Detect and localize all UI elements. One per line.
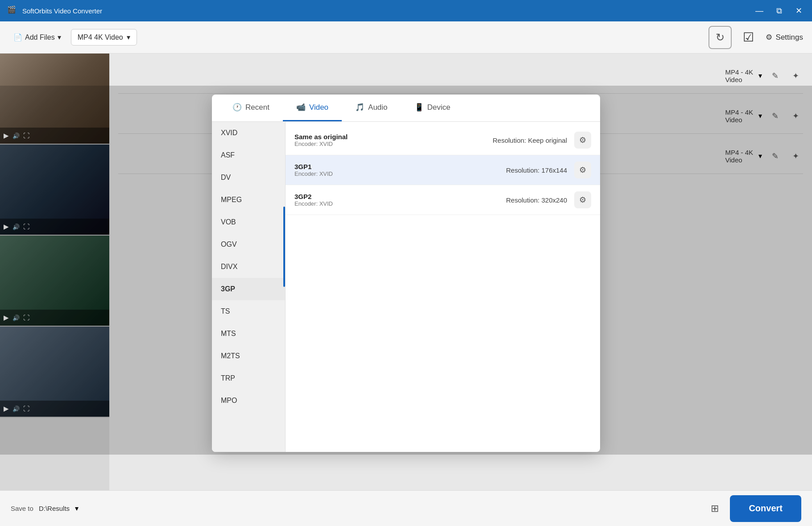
- preset-encoder: Encoder: XVID: [294, 200, 506, 207]
- tab-recent[interactable]: 🕐 Recent: [219, 95, 283, 121]
- dialog-body: XVID ASF DV MPEG VOB OGV: [212, 122, 600, 452]
- format-chevron-icon: ▾: [758, 71, 762, 80]
- format-item-xvid[interactable]: XVID: [212, 122, 285, 144]
- preset-item-same[interactable]: Same as original Encoder: XVID Resolutio…: [286, 125, 600, 155]
- audio-tab-icon: 🎵: [355, 103, 365, 112]
- add-files-label: Add Files: [25, 33, 55, 41]
- format-item-m2ts[interactable]: M2TS: [212, 345, 285, 367]
- toolbar: 📄 Add Files ▾ MP4 4K Video ▾ ↻ ☑ ⚙ Setti…: [0, 21, 812, 54]
- format-item-label: MTS: [221, 330, 236, 338]
- tab-video[interactable]: 📹 Video: [283, 95, 342, 121]
- format-item-mpo[interactable]: MPO: [212, 389, 285, 412]
- settings-button[interactable]: ⚙ Settings: [766, 33, 803, 42]
- format-sidebar: XVID ASF DV MPEG VOB OGV: [212, 122, 286, 452]
- dialog-tabs: 🕐 Recent 📹 Video 🎵 Audio 📱 Device: [212, 95, 600, 122]
- device-tab-icon: 📱: [414, 103, 424, 112]
- title-bar: 🎬 SoftOrbits Video Converter — ⧉ ✕: [0, 0, 812, 21]
- format-item-label: VOB: [221, 218, 236, 226]
- tab-audio[interactable]: 🎵 Audio: [342, 95, 401, 121]
- tab-video-label: Video: [309, 103, 328, 112]
- edit-icon[interactable]: ✎: [767, 68, 783, 83]
- app-icon: 🎬: [7, 5, 18, 16]
- format-item-mts[interactable]: MTS: [212, 323, 285, 345]
- check-icon: ☑: [743, 30, 754, 45]
- save-to-label: Save to: [11, 505, 33, 512]
- format-item-label: TRP: [221, 374, 235, 382]
- save-to-path[interactable]: D:\Results: [39, 505, 70, 512]
- format-item-label: DV: [221, 174, 231, 182]
- preset-item-3gp2[interactable]: 3GP2 Encoder: XVID Resolution: 320x240 ⚙: [286, 185, 600, 215]
- format-item-label: TS: [221, 307, 230, 315]
- app-title: SoftOrbits Video Converter: [22, 7, 753, 15]
- settings-label: Settings: [776, 33, 803, 42]
- format-item-dv[interactable]: DV: [212, 166, 285, 189]
- grid-layout-button[interactable]: ⊞: [705, 499, 725, 518]
- preset-info: 3GP2 Encoder: XVID: [294, 193, 506, 207]
- scroll-indicator: [283, 207, 285, 287]
- refresh-button[interactable]: ↻: [708, 26, 732, 49]
- preset-info: 3GP1 Encoder: XVID: [294, 163, 506, 177]
- format-item-label: M2TS: [221, 352, 240, 360]
- refresh-icon: ↻: [716, 31, 725, 44]
- format-dropdown[interactable]: MP4 4K Video ▾: [71, 29, 137, 46]
- minimize-button[interactable]: —: [753, 4, 766, 17]
- format-chevron-icon: ▾: [127, 33, 130, 41]
- format-dialog: 🕐 Recent 📹 Video 🎵 Audio 📱 Device: [212, 95, 600, 452]
- close-button[interactable]: ✕: [792, 4, 805, 17]
- format-item-label: XVID: [221, 129, 237, 137]
- preset-gear-button[interactable]: ⚙: [574, 132, 591, 149]
- add-files-button[interactable]: 📄 Add Files ▾: [9, 30, 66, 44]
- format-item-label: OGV: [221, 240, 237, 249]
- preset-gear-button[interactable]: ⚙: [574, 191, 591, 208]
- video-tab-icon: 📹: [296, 103, 306, 112]
- format-text: MP4 - 4KVideo: [725, 68, 753, 83]
- preset-resolution: Resolution: 320x240: [506, 196, 567, 204]
- preset-info: Same as original Encoder: XVID: [294, 133, 493, 147]
- recent-icon: 🕐: [232, 103, 242, 112]
- tab-audio-label: Audio: [368, 103, 387, 112]
- main-content: MP4 - 4KVideo ▾ ✎ ✦ MP4 - 4KVideo ▾ ✎ ✦ …: [0, 54, 812, 490]
- add-files-icon: 📄: [13, 33, 22, 41]
- tab-device-label: Device: [427, 103, 451, 112]
- format-item-mpeg[interactable]: MPEG: [212, 189, 285, 211]
- format-item-ts[interactable]: TS: [212, 300, 285, 323]
- preset-resolution: Resolution: 176x144: [506, 166, 567, 174]
- format-label: MP4 4K Video: [78, 33, 123, 41]
- preset-name: 3GP1: [294, 163, 506, 170]
- format-badge: MP4 - 4KVideo: [725, 68, 753, 83]
- format-item-label: DIVX: [221, 263, 237, 271]
- save-to-chevron-icon: ▾: [75, 504, 79, 513]
- restore-button[interactable]: ⧉: [773, 4, 785, 17]
- format-item-ogv[interactable]: OGV: [212, 233, 285, 256]
- dialog-overlay: 🕐 Recent 📹 Video 🎵 Audio 📱 Device: [0, 86, 812, 455]
- preset-list: Same as original Encoder: XVID Resolutio…: [286, 122, 600, 452]
- format-item-label: MPO: [221, 397, 237, 405]
- format-item-vob[interactable]: VOB: [212, 211, 285, 233]
- settings-gear-icon: ⚙: [766, 33, 772, 42]
- format-item-trp[interactable]: TRP: [212, 367, 285, 389]
- preset-resolution: Resolution: Keep original: [493, 137, 567, 144]
- preset-name: Same as original: [294, 133, 493, 141]
- format-item-asf[interactable]: ASF: [212, 144, 285, 166]
- window-controls: — ⧉ ✕: [753, 4, 805, 17]
- tab-recent-label: Recent: [245, 103, 269, 112]
- format-item-3gp[interactable]: 3GP: [212, 278, 285, 300]
- format-item-divx[interactable]: DIVX: [212, 256, 285, 278]
- check-button[interactable]: ☑: [737, 26, 760, 49]
- format-item-label: ASF: [221, 151, 235, 159]
- add-files-chevron-icon: ▾: [58, 33, 61, 41]
- wand-icon[interactable]: ✦: [788, 68, 803, 83]
- format-item-label: 3GP: [221, 285, 235, 293]
- bottom-bar: Save to D:\Results ▾ ⊞ Convert: [0, 490, 812, 526]
- convert-button[interactable]: Convert: [730, 495, 801, 522]
- preset-encoder: Encoder: XVID: [294, 170, 506, 177]
- tab-device[interactable]: 📱 Device: [401, 95, 464, 121]
- preset-item-3gp1[interactable]: 3GP1 Encoder: XVID Resolution: 176x144 ⚙: [286, 155, 600, 185]
- preset-encoder: Encoder: XVID: [294, 141, 493, 147]
- format-item-label: MPEG: [221, 196, 242, 204]
- preset-name: 3GP2: [294, 193, 506, 200]
- preset-gear-button[interactable]: ⚙: [574, 162, 591, 178]
